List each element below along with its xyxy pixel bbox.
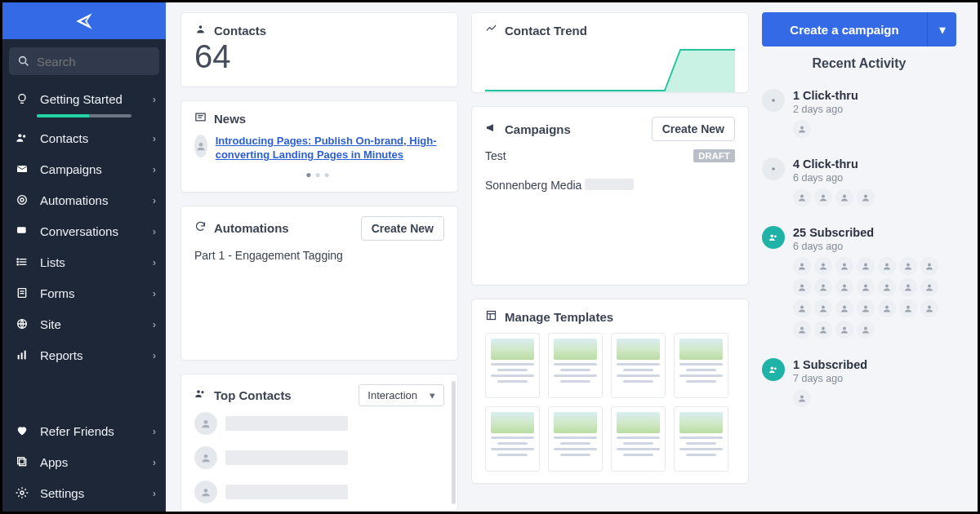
sidebar-item-reports[interactable]: Reports › [2,339,166,370]
svg-point-42 [800,195,804,198]
activity-item[interactable]: 4 Click-thru6 days ago [762,149,956,218]
activity-title: 1 Subscribed [793,358,956,371]
template-thumbnail[interactable] [674,406,728,472]
avatar [920,299,938,317]
svg-point-15 [17,264,18,265]
activity-item[interactable]: 1 Click-thru2 days ago [762,81,956,149]
template-icon [485,309,498,325]
megaphone-icon [485,122,498,137]
svg-point-2 [19,95,25,101]
template-thumbnail[interactable] [485,333,540,398]
avatar [814,299,832,317]
sidebar-item-label: Settings [32,486,153,500]
create-campaign-button[interactable]: Create New [652,117,735,141]
svg-point-44 [843,195,846,198]
avatar [857,321,875,339]
target-icon [12,193,32,206]
secondary-nav: Refer Friends › Apps › Settings › [2,415,166,512]
svg-point-50 [843,264,846,267]
svg-point-62 [800,306,804,309]
top-contact-row[interactable] [194,475,444,509]
dashboard-col-left: Contacts 64 News Introducing Pages: Publ… [180,12,458,512]
main-content: Contacts 64 News Introducing Pages: Publ… [166,2,978,512]
avatar [793,257,811,275]
sidebar-item-label: Lists [32,255,153,269]
automation-row[interactable]: Part 1 - Engagement Tagging [194,241,444,270]
template-thumbnail[interactable] [548,406,603,472]
top-contact-row[interactable] [194,406,444,441]
top-contact-row[interactable] [194,441,444,475]
avatar [920,257,938,275]
svg-point-49 [822,264,825,267]
avatar [814,257,832,275]
svg-point-14 [17,261,18,262]
sidebar-item-label: Automations [32,193,153,207]
card-title: Campaigns [505,122,571,136]
avatar [793,278,811,296]
activity-item[interactable]: 25 Subscribed6 days ago [762,218,956,350]
sidebar-item-contacts[interactable]: Contacts › [2,122,166,153]
right-panel: Create a campaign ▾ Recent Activity 1 Cl… [762,12,956,512]
chevron-right-icon: › [153,225,156,237]
contacts-card: Contacts 64 [180,12,458,87]
sidebar-item-campaigns[interactable]: Campaigns › [2,153,166,184]
news-pagination-dots[interactable]: ●●● [194,169,444,180]
sidebar-item-refer[interactable]: Refer Friends › [2,415,166,446]
avatar [814,278,832,296]
avatar [835,299,853,317]
search-input[interactable] [9,47,159,75]
sidebar-item-apps[interactable]: Apps › [2,446,166,477]
template-thumbnail[interactable] [485,406,540,472]
card-title: Contact Trend [505,24,587,38]
avatar [793,188,811,206]
activity-title: 1 Click-thru [793,89,956,102]
lightbulb-icon [12,92,32,105]
campaign-name: Test [485,149,506,162]
sidebar-item-automations[interactable]: Automations › [2,184,166,215]
sidebar-item-site[interactable]: Site › [2,308,166,339]
sidebar-item-label: Forms [32,286,153,300]
sidebar-item-getting-started[interactable]: Getting Started › [2,83,166,114]
redacted-text [225,485,348,499]
svg-rect-22 [24,351,26,360]
create-campaign-cta-button[interactable]: Create a campaign [762,12,927,47]
top-contacts-filter-select[interactable]: Interaction [359,384,444,406]
avatar [194,481,217,503]
svg-point-7 [18,196,27,205]
activity-avatars [793,188,956,206]
campaign-row[interactable]: Test DRAFT [485,141,735,171]
svg-point-69 [800,327,804,330]
sidebar-item-forms[interactable]: Forms › [2,277,166,308]
avatar [878,278,896,296]
svg-point-43 [822,195,825,198]
template-grid [485,333,735,472]
gear-icon [12,486,32,499]
template-thumbnail[interactable] [674,333,728,398]
svg-point-39 [772,99,775,102]
create-campaign-cta-dropdown[interactable]: ▾ [927,12,956,47]
primary-nav: Getting Started › Contacts › Campaigns ›… [2,80,166,415]
campaign-row[interactable]: Sonnenberg Media [485,171,735,200]
template-thumbnail[interactable] [611,406,666,472]
create-automation-button[interactable]: Create New [361,216,444,241]
svg-point-68 [928,306,931,309]
template-thumbnail[interactable] [611,333,666,398]
svg-point-54 [928,264,931,267]
svg-rect-20 [18,355,20,359]
svg-point-34 [204,454,208,459]
campaign-name: Sonnenberg Media [485,179,581,192]
sidebar-item-settings[interactable]: Settings › [2,477,166,508]
people-icon [12,131,32,144]
sidebar-item-conversations[interactable]: Conversations › [2,215,166,246]
sidebar-item-lists[interactable]: Lists › [2,246,166,277]
svg-point-45 [864,195,867,198]
avatar [793,321,811,339]
avatar [194,446,217,469]
chevron-right-icon: › [153,287,156,299]
template-thumbnail[interactable] [548,333,603,398]
activity-item[interactable]: 1 Subscribed7 days ago [762,350,956,419]
chevron-right-icon: › [153,163,156,175]
refresh-icon [194,220,207,236]
brand-logo[interactable] [2,2,166,39]
news-headline-link[interactable]: Introducing Pages: Publish On-brand, Hig… [216,135,444,162]
